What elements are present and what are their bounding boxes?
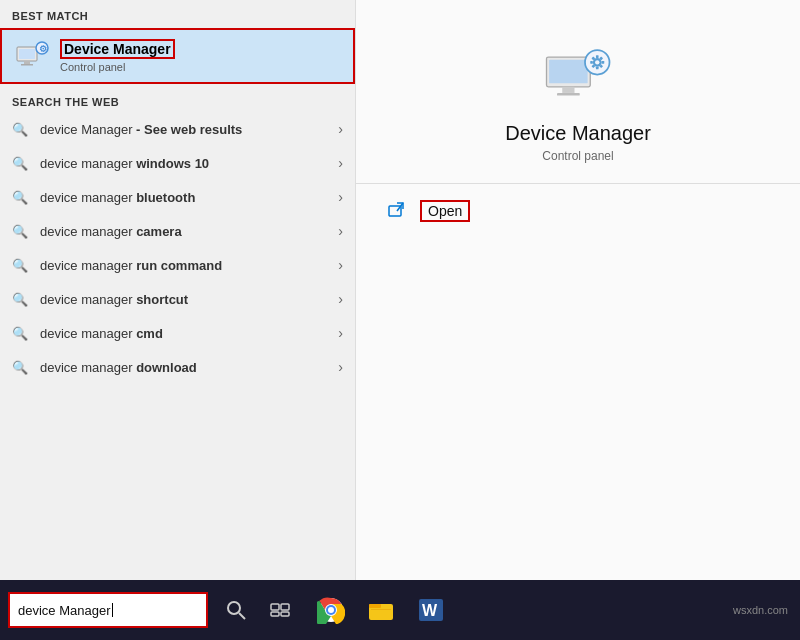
right-app-subtitle: Control panel xyxy=(542,149,613,163)
svg-rect-1 xyxy=(19,49,35,59)
chevron-right-icon: › xyxy=(338,291,343,307)
svg-rect-27 xyxy=(271,612,279,616)
svg-text:W: W xyxy=(422,602,438,619)
best-match-item[interactable]: ⚙ Device Manager Control panel xyxy=(0,28,355,84)
chevron-right-icon: › xyxy=(338,325,343,341)
taskbar-search-text: device Manager xyxy=(18,603,111,618)
svg-line-22 xyxy=(397,203,403,211)
svg-rect-13 xyxy=(596,55,599,58)
open-label[interactable]: Open xyxy=(420,200,470,222)
svg-point-12 xyxy=(595,60,599,64)
cursor xyxy=(112,603,113,617)
search-item-text: device manager run command xyxy=(40,258,338,273)
chevron-right-icon: › xyxy=(338,155,343,171)
chevron-right-icon: › xyxy=(338,189,343,205)
svg-rect-33 xyxy=(369,604,381,608)
list-item[interactable]: 🔍 device manager download › xyxy=(0,350,355,384)
list-item[interactable]: 🔍 device manager cmd › xyxy=(0,316,355,350)
taskbar-apps: W xyxy=(308,587,454,633)
list-item[interactable]: 🔍 device manager shortcut › xyxy=(0,282,355,316)
svg-rect-26 xyxy=(281,604,289,610)
search-web-label: Search the web xyxy=(0,86,355,112)
right-app-title: Device Manager xyxy=(505,122,651,145)
chevron-right-icon: › xyxy=(338,223,343,239)
open-row: Open xyxy=(356,200,800,222)
svg-rect-8 xyxy=(562,87,574,93)
svg-rect-25 xyxy=(271,604,279,610)
taskbar: device Manager xyxy=(0,580,800,640)
svg-rect-2 xyxy=(24,61,30,64)
svg-point-23 xyxy=(228,602,240,614)
taskbar-search-icon[interactable] xyxy=(216,590,256,630)
taskbar-search-box[interactable]: device Manager xyxy=(8,592,208,628)
chevron-right-icon: › xyxy=(338,257,343,273)
search-item-text: device manager windows 10 xyxy=(40,156,338,171)
svg-line-24 xyxy=(239,613,245,619)
watermark-text: wsxdn.com xyxy=(733,604,788,616)
svg-rect-16 xyxy=(602,61,605,64)
search-icon: 🔍 xyxy=(12,155,28,171)
open-window-icon xyxy=(386,200,408,222)
svg-rect-34 xyxy=(371,609,391,610)
chevron-right-icon: › xyxy=(338,121,343,137)
search-item-text: device Manager - See web results xyxy=(40,122,338,137)
taskbar-right: wsxdn.com xyxy=(733,604,788,616)
word-icon[interactable]: W xyxy=(408,587,454,633)
search-icon: 🔍 xyxy=(12,291,28,307)
svg-rect-3 xyxy=(21,64,33,66)
search-item-text: device manager download xyxy=(40,360,338,375)
left-panel: Best match ⚙ Device Manager Control pane… xyxy=(0,0,355,580)
svg-rect-9 xyxy=(557,93,580,96)
list-item[interactable]: 🔍 device manager bluetooth › xyxy=(0,180,355,214)
svg-rect-7 xyxy=(549,60,588,84)
svg-text:⚙: ⚙ xyxy=(39,44,47,54)
best-match-label: Best match xyxy=(0,0,355,28)
list-item[interactable]: 🔍 device manager windows 10 › xyxy=(0,146,355,180)
list-item[interactable]: 🔍 device Manager - See web results › xyxy=(0,112,355,146)
search-item-text: device manager cmd xyxy=(40,326,338,341)
divider xyxy=(356,183,800,184)
device-manager-icon-small: ⚙ xyxy=(14,38,50,74)
svg-rect-14 xyxy=(596,67,599,70)
search-icon: 🔍 xyxy=(12,189,28,205)
search-icon: 🔍 xyxy=(12,359,28,375)
chrome-icon[interactable] xyxy=(308,587,354,633)
search-item-text: device manager shortcut xyxy=(40,292,338,307)
search-item-text: device manager bluetooth xyxy=(40,190,338,205)
best-match-title: Device Manager xyxy=(60,39,175,59)
best-match-subtitle: Control panel xyxy=(60,61,175,73)
search-icon: 🔍 xyxy=(12,223,28,239)
list-item[interactable]: 🔍 device manager run command › xyxy=(0,248,355,282)
task-view-icon[interactable] xyxy=(260,590,300,630)
device-manager-icon-large xyxy=(538,40,618,110)
chevron-right-icon: › xyxy=(338,359,343,375)
search-item-text: device manager camera xyxy=(40,224,338,239)
list-item[interactable]: 🔍 device manager camera › xyxy=(0,214,355,248)
search-icon: 🔍 xyxy=(12,121,28,137)
file-explorer-icon[interactable] xyxy=(358,587,404,633)
svg-rect-15 xyxy=(590,61,593,64)
svg-rect-28 xyxy=(281,612,289,616)
search-icon: 🔍 xyxy=(12,257,28,273)
best-match-text: Device Manager Control panel xyxy=(60,39,175,73)
svg-point-31 xyxy=(328,607,334,613)
right-panel: Device Manager Control panel Open xyxy=(355,0,800,580)
search-icon: 🔍 xyxy=(12,325,28,341)
